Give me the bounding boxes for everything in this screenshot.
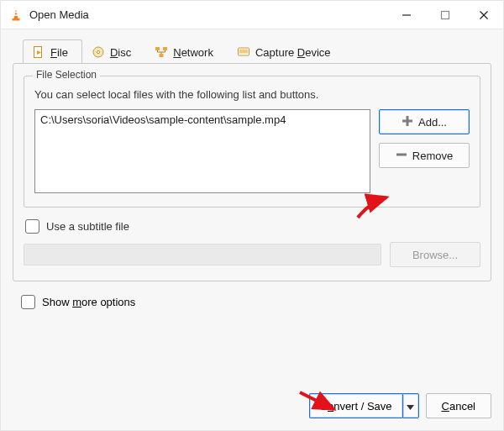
close-button[interactable] <box>465 1 503 29</box>
browse-subtitle-button: Browse... <box>390 242 480 267</box>
convert-save-split-button: Convert / Save <box>309 393 419 418</box>
open-media-dialog: Open Media File Disc <box>0 0 504 431</box>
svg-marker-22 <box>407 405 414 410</box>
tab-file[interactable]: File <box>23 39 82 64</box>
capture-device-icon <box>237 45 250 59</box>
convert-save-label: Convert / Save <box>320 400 392 413</box>
show-more-options-checkbox[interactable] <box>21 295 35 309</box>
file-tab-panel: File Selection You can select local file… <box>13 63 491 281</box>
tab-capture-device[interactable]: Capture Device <box>228 39 345 64</box>
file-icon <box>32 45 45 59</box>
chevron-down-icon <box>407 400 414 413</box>
svg-rect-18 <box>402 119 412 122</box>
svg-marker-0 <box>14 9 18 18</box>
cancel-button[interactable]: Cancel <box>426 393 491 418</box>
svg-rect-2 <box>14 12 17 13</box>
titlebar: Open Media <box>1 1 503 29</box>
use-subtitle-checkbox[interactable] <box>25 219 39 234</box>
svg-rect-12 <box>155 47 160 50</box>
file-list[interactable]: C:\Users\soria\Videos\sample-content\sam… <box>34 109 370 193</box>
cancel-label: Cancel <box>442 400 475 413</box>
content-area: File Disc Network Capture Device <box>1 29 503 393</box>
svg-rect-5 <box>442 11 449 18</box>
add-file-label: Add... <box>418 116 447 129</box>
file-selection-legend: File Selection <box>33 69 100 81</box>
file-selection-group: File Selection You can select local file… <box>24 76 480 208</box>
file-list-item[interactable]: C:\Users\soria\Videos\sample-content\sam… <box>40 113 365 126</box>
disc-icon <box>92 45 105 59</box>
svg-rect-13 <box>163 47 167 50</box>
svg-rect-1 <box>13 18 20 21</box>
file-selection-hint: You can select local files with the foll… <box>34 88 470 101</box>
maximize-button[interactable] <box>426 1 465 29</box>
network-icon <box>155 45 168 59</box>
show-more-options-label: Show more options <box>42 296 135 308</box>
use-subtitle-row: Use a subtitle file <box>25 219 480 234</box>
svg-point-11 <box>97 50 99 53</box>
tab-disc-label: Disc <box>110 46 131 59</box>
convert-save-dropdown-button[interactable] <box>402 393 419 418</box>
browse-subtitle-label: Browse... <box>412 249 458 261</box>
use-subtitle-label: Use a subtitle file <box>46 220 129 233</box>
svg-rect-16 <box>239 50 248 54</box>
vlc-cone-icon <box>9 8 23 22</box>
tab-bar: File Disc Network Capture Device <box>13 39 491 64</box>
subtitle-path-field <box>24 244 381 265</box>
convert-save-button[interactable]: Convert / Save <box>309 393 402 418</box>
tab-network-label: Network <box>173 46 213 59</box>
svg-rect-3 <box>14 14 18 16</box>
tab-disc[interactable]: Disc <box>82 39 145 64</box>
svg-rect-19 <box>396 153 407 155</box>
minus-icon <box>396 149 407 163</box>
minimize-button[interactable] <box>387 1 426 29</box>
svg-rect-14 <box>160 54 164 57</box>
remove-file-label: Remove <box>412 150 453 162</box>
add-file-button[interactable]: Add... <box>379 109 470 134</box>
window-title: Open Media <box>29 8 89 21</box>
tab-capture-label: Capture Device <box>255 46 331 59</box>
tab-file-label: File <box>50 46 68 59</box>
remove-file-button[interactable]: Remove <box>379 143 470 168</box>
show-more-options-row: Show more options <box>21 295 491 309</box>
dialog-action-bar: Convert / Save Cancel <box>1 393 503 430</box>
plus-icon <box>402 115 413 129</box>
tab-network[interactable]: Network <box>145 39 228 64</box>
